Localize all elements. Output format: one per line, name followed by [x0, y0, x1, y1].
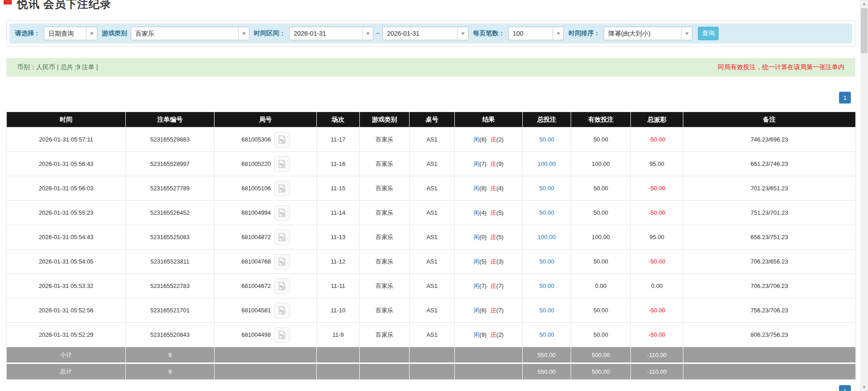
cell-valid-bet: 50.00 [571, 250, 631, 274]
total-payout: -110.00 [631, 363, 683, 380]
video-replay-button[interactable] [274, 156, 290, 172]
cell-total-bet: 100.00 [523, 152, 571, 176]
cell-session: 11-9 [317, 323, 360, 347]
chevron-down-icon[interactable] [238, 27, 249, 40]
date-to-picker[interactable]: 2026-01-31 [382, 27, 468, 40]
cell-result: 闲(0) 庄(5) [455, 225, 523, 250]
cell-result: 闲(6) 庄(7) [455, 298, 523, 323]
video-replay-button[interactable] [274, 278, 290, 294]
cell-bet-no: 523165520843 [126, 323, 215, 347]
total-label: 总计 [7, 363, 126, 380]
sort-select[interactable]: 降幂(由大到小) [604, 27, 692, 40]
cell-game-type: 百家乐 [360, 250, 410, 274]
chevron-down-icon[interactable] [362, 27, 373, 40]
scrollbar-thumb[interactable] [861, 8, 868, 53]
video-replay-button[interactable] [274, 181, 290, 196]
cell-result: 闲(8) 庄(4) [455, 176, 523, 201]
table-body: 2026-01-31 05:57:11 523165529883 6810053… [7, 127, 856, 347]
player-result: 闲 [473, 209, 479, 216]
col-time: 时间 [7, 112, 126, 127]
subtotal-total-bet: 550.00 [523, 347, 571, 363]
film-document-icon [277, 208, 287, 218]
cell-session: 11-16 [317, 152, 360, 176]
film-document-icon [277, 306, 287, 316]
cell-result: 闲(7) 庄(7) [455, 274, 523, 298]
cell-bet-no: 523165521701 [126, 298, 215, 323]
banker-result: 庄 [491, 307, 496, 314]
chevron-down-icon[interactable] [553, 27, 563, 40]
cell-session: 11-13 [317, 225, 360, 250]
round-no-text: 681005106 [241, 185, 271, 192]
video-replay-button[interactable] [274, 303, 290, 318]
page-title: 悦讯 会员下注纪录 [17, 0, 724, 11]
date-to-value: 2026-01-31 [383, 27, 457, 40]
cell-table-no: AS1 [410, 225, 455, 250]
subtotal-count: 9 [126, 347, 215, 363]
page-1-button-bottom[interactable]: 1 [839, 385, 851, 391]
cell-payout: 0.00 [631, 274, 683, 298]
col-remark: 备注 [683, 112, 856, 127]
page-1-button[interactable]: 1 [839, 92, 851, 104]
round-no-text: 681004498 [241, 331, 271, 338]
game-type-label: 游戏类别 [102, 29, 127, 38]
cell-time: 2026-01-31 05:57:11 [7, 127, 126, 152]
film-document-icon [277, 257, 287, 267]
game-type-select[interactable]: 百家乐 [131, 27, 249, 40]
cell-table-no: AS1 [410, 250, 455, 274]
search-button[interactable]: 查询 [698, 27, 719, 40]
player-result: 闲 [473, 185, 479, 192]
cell-table-no: AS1 [410, 298, 455, 323]
scroll-up-icon[interactable]: ▲ [860, 0, 868, 8]
cell-table-no: AS1 [410, 323, 455, 347]
chevron-down-icon[interactable] [681, 27, 692, 40]
cell-result: 闲(9) 庄(2) [455, 323, 523, 347]
vertical-scrollbar[interactable]: ▲ ▼ [860, 0, 868, 391]
cell-round-no: 681005106 [215, 176, 317, 201]
banker-result: 庄 [491, 283, 496, 289]
video-replay-button[interactable] [274, 254, 290, 269]
cell-total-bet: 100.00 [523, 225, 571, 250]
cell-round-no: 681004498 [215, 323, 317, 347]
chevron-down-icon[interactable] [86, 27, 97, 40]
table-row: 2026-01-31 05:53:32 523165522783 6810046… [7, 274, 856, 298]
cell-valid-bet: 50.00 [571, 323, 631, 347]
table-row: 2026-01-31 05:52:29 523165520843 6810044… [7, 323, 856, 347]
filter-bar: 请选择： 日期查询 游戏类别 百家乐 时间区间： 2026-01-31 ~ 20… [10, 24, 852, 43]
scroll-down-icon[interactable]: ▼ [860, 383, 868, 391]
cell-payout: -50.00 [631, 201, 683, 225]
video-replay-button[interactable] [274, 230, 290, 245]
player-result: 闲 [473, 136, 479, 143]
page-title-area: 悦讯 会员下注纪录 [0, 0, 724, 14]
table-row: 2026-01-31 05:56:03 523165527789 6810051… [7, 176, 856, 201]
sort-label: 时间排序： [568, 29, 600, 38]
filter-panel: 请选择： 日期查询 游戏类别 百家乐 时间区间： 2026-01-31 ~ 20… [6, 20, 855, 47]
cell-round-no: 681004581 [215, 298, 317, 323]
chevron-down-icon[interactable] [457, 27, 468, 40]
cell-round-no: 681005306 [215, 127, 317, 152]
cell-total-bet: 50.00 [523, 298, 571, 323]
video-replay-button[interactable] [274, 327, 290, 343]
player-result: 闲 [473, 331, 479, 338]
cell-round-no: 681005220 [215, 152, 317, 176]
cell-session: 11-15 [317, 176, 360, 201]
cell-bet-no: 523165529883 [126, 127, 215, 152]
subtotal-label: 小计 [7, 347, 126, 363]
table-row: 2026-01-31 05:55:23 523165526452 6810049… [7, 201, 856, 225]
cell-round-no: 681004872 [215, 225, 317, 250]
cell-bet-no: 523165522783 [126, 274, 215, 298]
date-from-picker[interactable]: 2026-01-31 [289, 27, 373, 40]
col-bet-no: 注单编号 [126, 112, 215, 127]
cell-remark: 756.23/706.23 [683, 298, 856, 323]
video-replay-button[interactable] [274, 132, 290, 147]
valid-bet-notice: 同局有效投注，统一计算在该局第一张注单内 [718, 63, 844, 71]
video-replay-button[interactable] [274, 205, 290, 221]
date-from-value: 2026-01-31 [290, 27, 362, 40]
page-size-select[interactable]: 100 [508, 27, 564, 40]
banker-result: 庄 [491, 258, 496, 265]
query-type-select[interactable]: 日期查询 [44, 27, 97, 40]
cell-bet-no: 523165526452 [126, 201, 215, 225]
table-header: 时间 注单编号 局号 场次 游戏类别 桌号 结果 总投注 有效投注 总派彩 备注 [7, 112, 856, 127]
cell-result: 闲(7) 庄(9) [455, 152, 523, 176]
total-valid-bet: 500.00 [571, 363, 631, 380]
col-total-bet: 总投注 [523, 112, 571, 127]
